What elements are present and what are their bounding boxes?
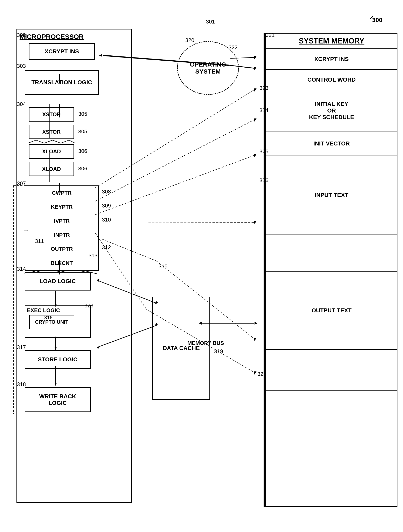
- ref-308: 308: [102, 189, 111, 195]
- write-back-label: WRITE BACKLOGIC: [39, 393, 76, 406]
- svg-marker-31: [254, 89, 256, 91]
- xstor-label-1: XSTOR: [42, 111, 61, 118]
- mem-initial-key: INITIAL KEYORKEY SCHEDULE: [266, 90, 397, 132]
- ref-313: 313: [88, 252, 97, 259]
- ref-305-2: 305: [78, 128, 87, 135]
- svg-marker-35: [254, 154, 256, 157]
- xstor-label-2: XSTOR: [42, 129, 61, 135]
- ref-309: 309: [102, 203, 111, 209]
- ref-301: 301: [206, 19, 215, 25]
- mem-init-vector: INIT VECTOR: [266, 132, 397, 156]
- svg-marker-40: [254, 338, 256, 341]
- ptrs-group: CWPTR KEYPTR IVPTR INPTR OUTPTR BLKCNT: [25, 185, 99, 271]
- ref-324: 324: [260, 107, 268, 114]
- svg-marker-43: [254, 372, 256, 374]
- mem-input-text: INPUT TEXT: [266, 156, 397, 234]
- ref-303: 303: [17, 63, 26, 69]
- ref-327: 327: [257, 371, 266, 377]
- mem-gap: [266, 234, 397, 272]
- ref-316: 316: [44, 315, 53, 321]
- xload-label-1: XLOAD: [42, 148, 61, 155]
- ref-328: 328: [84, 303, 93, 309]
- svg-marker-33: [254, 119, 256, 121]
- translation-logic-box: TRANSLATION LOGIC: [25, 70, 99, 95]
- store-logic-box: STORE LOGIC: [25, 350, 91, 369]
- svg-marker-26: [254, 67, 256, 70]
- os-label: OPERATING SYSTEM: [178, 61, 238, 75]
- exec-logic-label: EXEC LOGIC: [27, 307, 60, 314]
- write-back-logic-box: WRITE BACKLOGIC: [25, 387, 91, 412]
- blkcnt-row: BLKCNT: [25, 256, 98, 270]
- microprocessor-label: MICROPROCESSOR: [19, 33, 84, 41]
- translation-logic-label: TRANSLATION LOGIC: [31, 79, 92, 86]
- mem-xcrypt-ins: XCRYPT INS: [266, 49, 397, 70]
- svg-marker-45: [254, 56, 256, 59]
- ref-319: 319: [214, 348, 223, 355]
- xload-box-2: XLOAD: [29, 162, 74, 176]
- svg-marker-29: [254, 322, 258, 324]
- ref-305-1: 305: [78, 111, 87, 117]
- keyptr-row: KEYPTR: [25, 200, 98, 214]
- xload-box-1: XLOAD: [29, 144, 74, 159]
- xcrypt-ins-label: XCRYPT INS: [45, 48, 79, 55]
- ivptr-row: IVPTR: [25, 214, 98, 228]
- ref-320: 320: [185, 37, 194, 44]
- ref-312: 312: [102, 244, 111, 251]
- xcrypt-ins-box: XCRYPT INS: [29, 43, 95, 60]
- load-logic-box: LOAD LOGIC: [25, 272, 91, 291]
- ref-302: 302: [17, 32, 26, 38]
- xload-label-2: XLOAD: [42, 166, 61, 172]
- ref-311: 311: [35, 238, 44, 244]
- data-cache-box: DATA CACHE: [152, 297, 210, 400]
- feedback-dashed-box: [11, 185, 27, 414]
- svg-marker-37: [254, 221, 256, 224]
- exec-logic-box: EXEC LOGIC CRYPTO UNIT: [25, 305, 91, 338]
- system-memory-box: SYSTEM MEMORY XCRYPT INS CONTROL WORD IN…: [266, 33, 397, 507]
- ref-304: 304: [17, 101, 26, 107]
- ref-300-arrow: ↗: [369, 13, 374, 21]
- mem-bottom: [266, 350, 397, 391]
- store-logic-label: STORE LOGIC: [38, 356, 77, 363]
- ref-306-2: 306: [78, 165, 87, 172]
- xstor-box-2: XSTOR: [29, 125, 74, 139]
- ref-323: 323: [260, 85, 268, 91]
- ref-325: 325: [260, 148, 268, 155]
- system-memory-label: SYSTEM MEMORY: [266, 34, 397, 49]
- mem-control-word: CONTROL WORD: [266, 70, 397, 90]
- feedback-arrow: →: [23, 227, 29, 234]
- memory-bus-label: MEMORY BUS: [187, 340, 224, 346]
- load-logic-label: LOAD LOGIC: [40, 278, 76, 285]
- xstor-box-1: XSTOR: [29, 107, 74, 121]
- ref-322: 322: [229, 44, 237, 51]
- ref-310: 310: [102, 216, 111, 223]
- ref-321: 321: [266, 32, 274, 38]
- cwptr-row: CWPTR: [25, 186, 98, 200]
- ref-326: 326: [260, 177, 268, 184]
- ref-306-1: 306: [78, 148, 87, 154]
- ref-315: 315: [159, 263, 167, 270]
- mem-output-text: OUTPUT TEXT: [266, 272, 397, 350]
